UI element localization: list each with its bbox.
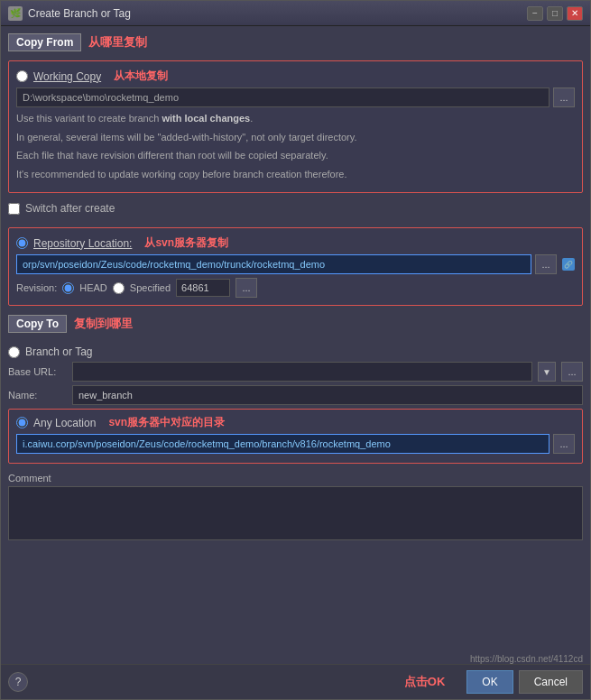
repo-svn-icon: 🔗 xyxy=(562,258,575,271)
any-location-section: Any Location svn服务器中对应的目录 ... xyxy=(8,409,583,464)
comment-textarea[interactable] xyxy=(8,486,583,540)
footer-buttons: OK Cancel xyxy=(466,670,583,694)
specified-radio[interactable] xyxy=(113,282,125,294)
base-url-row: Base URL: ▼ ... xyxy=(8,362,583,382)
working-copy-section: Working Copy 从本地复制 ... Use this variant … xyxy=(8,60,583,193)
revision-row: Revision: HEAD Specified ... xyxy=(16,278,575,298)
help-button[interactable]: ? xyxy=(8,672,28,692)
any-location-radio-label[interactable]: Any Location xyxy=(33,417,96,429)
comment-label: Comment xyxy=(8,473,583,484)
any-location-radio[interactable] xyxy=(16,417,28,428)
name-input[interactable] xyxy=(72,385,583,405)
repo-location-annotation: 从svn服务器复制 xyxy=(144,235,228,251)
repository-location-radio-label[interactable]: Repository Location: xyxy=(33,237,132,250)
branch-or-tag-radio[interactable] xyxy=(8,346,20,358)
base-url-dropdown-button[interactable]: ▼ xyxy=(538,362,556,382)
close-button[interactable]: ✕ xyxy=(567,6,583,21)
dialog-content: Copy From 从哪里复制 Working Copy 从本地复制 ... U… xyxy=(1,26,590,664)
repo-url-input[interactable] xyxy=(16,254,531,274)
working-copy-description4: It's recommended to update working copy … xyxy=(16,167,575,182)
copy-from-header: Copy From 从哪里复制 xyxy=(8,33,583,51)
repository-location-radio[interactable] xyxy=(16,237,28,249)
working-copy-path-input[interactable] xyxy=(16,88,549,107)
window-title: Create Branch or Tag xyxy=(28,7,527,20)
working-copy-description3: Each file that have revision different t… xyxy=(16,148,575,163)
window-icon: 🌿 xyxy=(8,6,23,21)
maximize-button[interactable]: □ xyxy=(547,6,563,21)
working-copy-browse-button[interactable]: ... xyxy=(553,88,575,107)
working-copy-radio-label[interactable]: Working Copy xyxy=(33,70,101,83)
name-label: Name: xyxy=(8,390,67,401)
repository-location-section: Repository Location: 从svn服务器复制 ... 🔗 Rev… xyxy=(8,227,583,306)
revision-value-input[interactable] xyxy=(176,279,230,297)
working-copy-radio[interactable] xyxy=(16,70,28,82)
any-location-url-input[interactable] xyxy=(16,434,549,454)
cancel-button[interactable]: Cancel xyxy=(519,670,583,694)
base-url-input[interactable] xyxy=(72,362,532,382)
any-location-annotation: svn服务器中对应的目录 xyxy=(108,415,225,430)
working-copy-description1: Use this variant to create branch with l… xyxy=(16,111,575,126)
any-location-radio-row: Any Location svn服务器中对应的目录 xyxy=(16,415,575,430)
revision-browse-button[interactable]: ... xyxy=(235,278,257,298)
switch-after-create-checkbox[interactable] xyxy=(8,203,20,215)
minimize-button[interactable]: − xyxy=(527,6,543,21)
base-url-browse-button[interactable]: ... xyxy=(561,362,583,382)
title-bar: 🌿 Create Branch or Tag − □ ✕ xyxy=(1,1,590,26)
copy-from-annotation: 从哪里复制 xyxy=(88,34,147,51)
any-location-url-row: ... xyxy=(16,434,575,454)
copy-from-label: Copy From xyxy=(8,33,81,51)
switch-after-create-row: Switch after create xyxy=(8,202,583,215)
working-copy-description2: In general, several items will be "added… xyxy=(16,130,575,145)
copy-to-annotation: 复制到哪里 xyxy=(74,316,133,332)
copy-to-header: Copy To 复制到哪里 xyxy=(8,315,583,333)
head-radio[interactable] xyxy=(62,282,74,294)
ok-button[interactable]: OK xyxy=(466,670,513,694)
repo-url-row: ... 🔗 xyxy=(16,254,575,274)
any-location-browse-button[interactable]: ... xyxy=(553,434,575,454)
branch-or-tag-label[interactable]: Branch or Tag xyxy=(25,345,93,358)
repo-location-radio-row: Repository Location: 从svn服务器复制 xyxy=(16,235,575,251)
branch-or-tag-radio-row: Branch or Tag xyxy=(8,345,583,358)
footer-bar: ? 点击OK https://blog.csdn.net/4112cd OK C… xyxy=(1,664,590,699)
switch-after-create-label[interactable]: Switch after create xyxy=(25,202,115,215)
url-watermark: https://blog.csdn.net/4112cd xyxy=(470,654,583,664)
title-bar-controls: − □ ✕ xyxy=(527,6,583,21)
comment-section: Comment xyxy=(8,473,583,543)
copy-to-label: Copy To xyxy=(8,315,67,333)
working-copy-annotation: 从本地复制 xyxy=(114,69,168,84)
revision-label: Revision: xyxy=(16,282,57,293)
working-copy-path-row: ... xyxy=(16,88,575,107)
name-row: Name: xyxy=(8,385,583,405)
copy-to-section: Branch or Tag Base URL: ▼ ... Name: Any … xyxy=(8,345,583,464)
specified-radio-label[interactable]: Specified xyxy=(130,282,171,293)
repo-url-browse-button[interactable]: ... xyxy=(535,254,557,274)
head-radio-label[interactable]: HEAD xyxy=(79,282,107,293)
dialog-window: 🌿 Create Branch or Tag − □ ✕ Copy From 从… xyxy=(0,0,591,700)
working-copy-radio-row: Working Copy 从本地复制 xyxy=(16,69,575,84)
click-ok-annotation: 点击OK xyxy=(404,674,446,690)
base-url-label: Base URL: xyxy=(8,366,67,377)
